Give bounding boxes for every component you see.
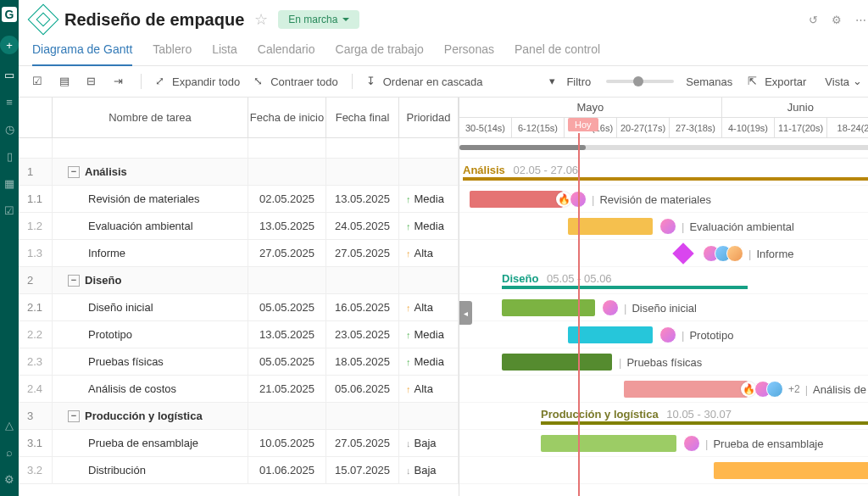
task-end-date[interactable]: 27.05.2025 [326, 240, 399, 266]
collapse-toggle-icon[interactable]: − [68, 275, 80, 287]
clock-nav-icon[interactable]: ◷ [3, 122, 16, 136]
task-row[interactable]: 3.1Prueba de ensamblaje10.05.202527.05.2… [19, 430, 459, 457]
task-end-date[interactable]: 15.07.2025 [326, 457, 399, 483]
task-start-date[interactable]: 13.05.2025 [248, 321, 326, 348]
export-button[interactable]: ⇱Exportar [744, 73, 810, 90]
assignee-avatars[interactable] [754, 381, 783, 398]
gantt-task-bar[interactable]: 🔥+2|Análisis de [624, 381, 748, 398]
task-priority[interactable]: ↑ Media [399, 186, 459, 212]
collapse-toggle-icon[interactable]: − [68, 166, 80, 178]
task-priority[interactable]: ↓ Baja [399, 430, 459, 456]
tab-carga-de-trabajo[interactable]: Carga de trabajo [336, 36, 424, 65]
gantt-week[interactable]: 11-17(20s) [775, 118, 827, 138]
task-priority[interactable]: ↑ Alta [399, 294, 459, 320]
column-priority[interactable]: Prioridad [399, 98, 459, 137]
add-icon[interactable]: + [0, 36, 19, 54]
task-end-date[interactable]: 18.05.2025 [326, 348, 399, 375]
zoom-slider[interactable] [606, 80, 674, 83]
gantt-week[interactable]: 27-3(18s) [670, 118, 722, 138]
hierarchy-icon[interactable]: ⊟ [83, 73, 103, 90]
gantt-group-bar[interactable] [541, 421, 868, 425]
collapse-toggle-icon[interactable]: − [68, 410, 80, 422]
gantt-task-bar[interactable]: |Diseño inicial [502, 299, 595, 316]
task-priority[interactable]: ↑ Media [399, 321, 459, 348]
task-row[interactable]: 1.3Informe27.05.202527.05.2025↑ Alta [19, 240, 459, 267]
doc-nav-icon[interactable]: ▯ [3, 149, 16, 163]
task-row[interactable]: 2.3Pruebas físicas05.05.202518.05.2025↑ … [19, 348, 459, 376]
task-end-date[interactable]: 24.05.2025 [326, 213, 399, 239]
tab-panel-de-control[interactable]: Panel de control [515, 36, 600, 65]
task-priority[interactable]: ↓ Baja [399, 457, 459, 483]
expand-all-button[interactable]: ⤢Expandir todo [152, 73, 243, 90]
assignee-avatars[interactable] [659, 326, 676, 343]
group-row[interactable]: 1−Análisis [19, 159, 459, 186]
group-row[interactable]: 3−Producción y logística [19, 403, 459, 430]
task-start-date[interactable]: 02.05.2025 [248, 186, 326, 212]
task-end-date[interactable]: 23.05.2025 [326, 321, 399, 348]
cascade-sort-button[interactable]: ↧Ordenar en cascada [363, 73, 487, 90]
column-start[interactable]: Fecha de inicio [248, 98, 326, 137]
more-icon[interactable]: ⋯ [855, 14, 866, 26]
search-nav-icon[interactable]: ⌕ [3, 445, 16, 459]
task-end-date[interactable]: 05.06.2025 [326, 376, 399, 402]
task-start-date[interactable]: 05.05.2025 [248, 294, 326, 320]
indent-icon[interactable]: ⇥ [110, 73, 131, 90]
gantt-milestone[interactable] [672, 242, 693, 264]
task-row[interactable]: 1.1Revisión de materiales02.05.202513.05… [19, 186, 459, 213]
view-menu-button[interactable]: Vista ⌄ [821, 73, 868, 90]
task-priority[interactable]: ↑ Alta [399, 240, 459, 266]
gantt-group-bar[interactable] [502, 286, 748, 289]
task-start-date[interactable]: 10.05.2025 [248, 430, 326, 456]
task-row[interactable]: 2.4Análisis de costos21.05.202505.06.202… [19, 376, 459, 403]
assignee-avatars[interactable] [659, 218, 676, 235]
gantt-week[interactable]: 30-5(14s) [459, 118, 512, 138]
extra-assignees-count[interactable]: +2 [788, 383, 800, 395]
tab-diagrama-de-gantt[interactable]: Diagrama de Gantt [32, 36, 132, 66]
tab-lista[interactable]: Lista [212, 36, 237, 65]
gantt-task-bar[interactable]: |Distribución [714, 462, 868, 479]
task-row[interactable]: 3.2Distribución01.06.202515.07.2025↓ Baj… [19, 457, 459, 484]
filter-button[interactable]: ▾Filtro [546, 73, 594, 90]
assignee-avatars[interactable] [602, 299, 619, 316]
task-row[interactable]: 2.2Prototipo13.05.202523.05.2025↑ Media [19, 321, 459, 348]
group-row[interactable]: 2−Diseño [19, 267, 459, 294]
task-end-date[interactable]: 27.05.2025 [326, 430, 399, 456]
gear-icon[interactable]: ⚙ [832, 14, 842, 26]
gantt-group-bar[interactable] [463, 177, 868, 181]
favorite-star-icon[interactable]: ☆ [254, 10, 268, 29]
gantt-task-bar[interactable]: |Prueba de ensamblaje [541, 435, 676, 452]
columns-icon[interactable]: ▤ [56, 73, 76, 90]
collapse-table-handle[interactable]: ◂ [459, 301, 472, 325]
select-all-icon[interactable]: ☑ [29, 73, 49, 90]
assignee-avatars[interactable] [683, 435, 700, 452]
collapse-all-button[interactable]: ⤡Contraer todo [250, 73, 342, 90]
tab-calendario[interactable]: Calendario [258, 36, 315, 65]
task-row[interactable]: 2.1Diseño inicial05.05.202516.05.2025↑ A… [19, 294, 459, 321]
task-priority[interactable]: ↑ Alta [399, 376, 459, 402]
gantt-week[interactable]: 6-12(15s) [512, 118, 565, 138]
gantt-scrollbar-thumb[interactable] [459, 145, 586, 150]
gantt-task-bar[interactable]: 🔥|Revisión de materiales [470, 191, 563, 208]
tasks-nav-icon[interactable]: ☑ [3, 203, 16, 217]
bell-icon[interactable]: △ [3, 418, 16, 432]
folder-icon[interactable]: ▭ [3, 68, 16, 81]
task-start-date[interactable]: 27.05.2025 [248, 240, 326, 266]
task-priority[interactable]: ↑ Media [399, 213, 459, 239]
task-end-date[interactable]: 16.05.2025 [326, 294, 399, 320]
task-priority[interactable]: ↑ Media [399, 348, 459, 375]
gantt-task-bar[interactable]: |Evaluación ambiental [568, 218, 653, 235]
task-start-date[interactable]: 13.05.2025 [248, 213, 326, 239]
column-end[interactable]: Fecha final [326, 98, 399, 137]
settings-nav-icon[interactable]: ⚙ [3, 472, 16, 486]
list-nav-icon[interactable]: ≡ [3, 95, 16, 109]
task-start-date[interactable]: 01.06.2025 [248, 457, 326, 483]
assignee-avatars[interactable] [703, 245, 743, 262]
history-icon[interactable]: ↺ [809, 14, 818, 26]
task-end-date[interactable]: 13.05.2025 [326, 186, 399, 212]
gantt-task-bar[interactable]: |Pruebas físicas [502, 354, 612, 371]
tab-tablero[interactable]: Tablero [153, 36, 192, 65]
gantt-week[interactable]: 4-10(19s) [722, 118, 775, 138]
task-start-date[interactable]: 05.05.2025 [248, 348, 326, 375]
grid-nav-icon[interactable]: ▦ [3, 176, 16, 190]
gantt-week[interactable]: 20-27(17s) [617, 118, 670, 138]
